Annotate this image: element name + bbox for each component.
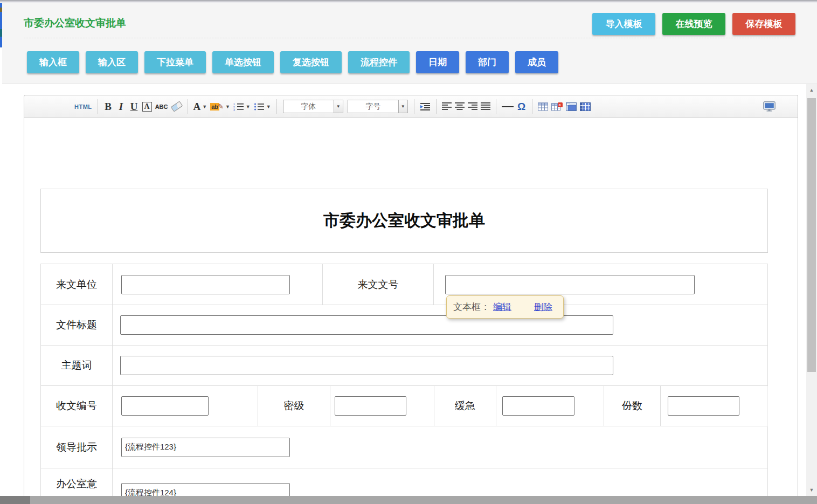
indent-button[interactable] — [418, 99, 432, 115]
urgency-input[interactable] — [502, 396, 574, 416]
font-size-select[interactable]: 字号 ▼ — [348, 100, 408, 113]
cell-properties-button[interactable] — [578, 99, 592, 115]
remove-format-button[interactable] — [170, 99, 184, 115]
underline-button[interactable]: U — [128, 99, 141, 115]
align-justify-icon — [481, 102, 490, 111]
incoming-number-input[interactable] — [445, 275, 695, 294]
widget-palette: 输入框 输入区 下拉菜单 单选按钮 复选按钮 流程控件 日期 部门 成员 — [27, 51, 558, 73]
field-cell — [113, 264, 323, 305]
scroll-down-arrow-icon[interactable]: ▼ — [806, 485, 817, 495]
widget-input-box-button[interactable]: 输入框 — [27, 51, 79, 73]
leader-comments-input[interactable] — [121, 438, 290, 457]
table-properties-icon — [566, 102, 577, 111]
widget-dropdown-button[interactable]: 下拉菜单 — [144, 51, 206, 73]
chevron-down-icon: ▼ — [225, 104, 230, 109]
window-bottom-edge — [0, 496, 817, 504]
designer-header: 市委办公室收文审批单 导入模板 在线预览 保存模板 输入框 输入区 下拉菜单 单… — [2, 3, 817, 84]
svg-text:3: 3 — [233, 108, 235, 111]
field-label-copies: 份数 — [604, 386, 661, 426]
align-left-icon — [442, 102, 452, 111]
import-template-button[interactable]: 导入模板 — [592, 13, 655, 35]
align-right-icon — [468, 102, 477, 111]
widget-checkbox-button[interactable]: 复选按钮 — [280, 51, 342, 73]
align-center-button[interactable] — [453, 99, 466, 115]
chevron-down-icon[interactable]: ▼ — [398, 100, 407, 113]
insert-table-button[interactable] — [536, 99, 550, 115]
toolbar-separator — [496, 99, 496, 114]
align-right-button[interactable] — [466, 99, 479, 115]
delete-table-button[interactable]: × — [550, 99, 564, 115]
editor-canvas[interactable]: 市委办公室收文审批单 来文单位 来文文号 文件标题 — [24, 118, 798, 504]
field-label-secrecy-level: 密级 — [258, 386, 330, 426]
table-properties-button[interactable] — [564, 99, 578, 115]
editor-vertical-scrollbar[interactable]: ▲ ▼ — [806, 84, 817, 496]
save-template-button[interactable]: 保存模板 — [732, 13, 795, 35]
source-code-button[interactable]: HTML — [73, 99, 94, 115]
italic-button[interactable]: I — [115, 99, 128, 115]
text-color-button[interactable]: A▼ — [192, 99, 209, 115]
field-cell — [113, 305, 768, 346]
field-label-document-title: 文件标题 — [41, 305, 113, 346]
bold-button[interactable]: B — [102, 99, 115, 115]
widget-member-button[interactable]: 成员 — [515, 51, 558, 73]
unordered-list-icon — [254, 102, 265, 111]
table-row: 文件标题 — [41, 305, 768, 346]
field-cell — [330, 386, 434, 426]
field-cell — [496, 386, 604, 426]
font-family-select[interactable]: 字体 ▼ — [283, 100, 343, 113]
ordered-list-icon: 123 — [233, 102, 244, 111]
table-row: 领导批示 — [41, 426, 768, 468]
field-cell — [661, 386, 767, 426]
horizontal-rule-button[interactable] — [500, 99, 515, 115]
page-title: 市委办公室收文审批单 — [24, 16, 126, 30]
field-label-leader-comments: 领导批示 — [41, 426, 113, 468]
pencil-icon: ✎ — [218, 102, 224, 111]
ordered-list-button[interactable]: 123 ▼ — [232, 99, 252, 115]
template-actions: 导入模板 在线预览 保存模板 — [592, 13, 795, 35]
widget-date-button[interactable]: 日期 — [416, 51, 459, 73]
widget-flow-control-button[interactable]: 流程控件 — [348, 51, 410, 73]
chevron-down-icon: ▼ — [202, 104, 207, 109]
indent-icon — [420, 102, 431, 111]
tooltip-label: 文本框： — [453, 301, 490, 313]
widget-radio-button[interactable]: 单选按钮 — [212, 51, 274, 73]
chevron-down-icon[interactable]: ▼ — [334, 100, 343, 113]
edit-widget-link[interactable]: 编辑 — [493, 301, 511, 313]
field-label-receipt-number: 收文编号 — [41, 386, 113, 426]
fullscreen-preview-button[interactable] — [761, 99, 777, 115]
copies-input[interactable] — [668, 396, 739, 416]
eraser-icon — [170, 101, 183, 112]
table-row: 收文编号 密级 缓急 份数 — [41, 386, 768, 426]
scrollbar-thumb[interactable] — [807, 98, 816, 372]
character-border-button[interactable]: A — [141, 99, 154, 115]
unordered-list-button[interactable]: ▼ — [252, 99, 273, 115]
receipt-number-input[interactable] — [121, 396, 209, 416]
special-character-button[interactable]: Ω — [515, 99, 528, 115]
online-preview-button[interactable]: 在线预览 — [662, 13, 725, 35]
strikethrough-button[interactable]: ABC — [154, 99, 170, 115]
editor-toolbar: HTML B I U A ABC A▼ ab✎▼ 123 ▼ ▼ — [24, 95, 798, 118]
toolbar-separator — [98, 99, 98, 114]
subject-words-input[interactable] — [120, 356, 613, 375]
widget-textarea-button[interactable]: 输入区 — [86, 51, 138, 73]
chevron-down-icon: ▼ — [266, 104, 271, 109]
secrecy-level-input[interactable] — [335, 396, 406, 416]
incoming-unit-input[interactable] — [121, 275, 290, 294]
scroll-up-arrow-icon[interactable]: ▲ — [806, 85, 817, 95]
form-title-block[interactable]: 市委办公室收文审批单 — [40, 189, 768, 253]
header-divider — [24, 38, 792, 38]
widget-department-button[interactable]: 部门 — [466, 51, 509, 73]
form-table: 来文单位 来文文号 文件标题 主题词 — [40, 264, 768, 504]
form-designer-window: 市委办公室收文审批单 导入模板 在线预览 保存模板 输入框 输入区 下拉菜单 单… — [0, 0, 817, 504]
highlight-color-button[interactable]: ab✎▼ — [209, 99, 232, 115]
cell-properties-icon — [580, 102, 591, 111]
field-label-incoming-unit: 来文单位 — [41, 264, 113, 305]
delete-widget-link[interactable]: 删除 — [534, 301, 552, 313]
window-bottom-corner — [0, 496, 30, 504]
align-left-button[interactable] — [440, 99, 453, 115]
toolbar-separator — [276, 99, 277, 114]
field-cell — [113, 426, 768, 468]
field-cell — [113, 386, 258, 426]
align-justify-button[interactable] — [479, 99, 492, 115]
toolbar-separator — [414, 99, 414, 114]
